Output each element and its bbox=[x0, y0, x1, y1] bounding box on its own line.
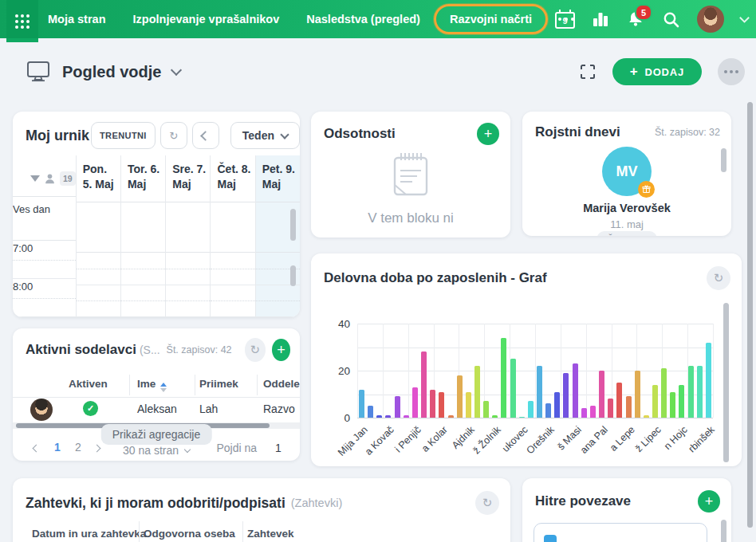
app-grid-button[interactable] bbox=[6, 0, 38, 42]
requests-column-3[interactable]: Zahtevek bbox=[247, 528, 294, 540]
chart-bar[interactable] bbox=[545, 403, 551, 418]
birthdays-scrollbar-thumb[interactable] bbox=[721, 148, 726, 172]
calendar-button[interactable]: 9 bbox=[555, 10, 575, 29]
chart-bar[interactable] bbox=[448, 415, 454, 418]
column-header-oddelek[interactable]: Oddelek bbox=[263, 378, 300, 390]
schedule-scrollbar-thumb2[interactable] bbox=[290, 265, 296, 286]
more-options-button[interactable] bbox=[718, 58, 745, 85]
chart-bar[interactable] bbox=[510, 359, 516, 418]
chart-bar[interactable] bbox=[626, 396, 632, 418]
absences-add-button[interactable]: + bbox=[477, 123, 499, 145]
chart-bar[interactable] bbox=[599, 371, 604, 418]
page-prev-button[interactable] bbox=[33, 441, 39, 454]
chart-bar[interactable] bbox=[395, 396, 400, 418]
hour-cell[interactable] bbox=[166, 253, 210, 285]
chart-bar[interactable] bbox=[554, 392, 560, 418]
period-select[interactable]: Teden bbox=[230, 122, 300, 149]
chart-bar[interactable] bbox=[616, 383, 622, 418]
chart-bar[interactable] bbox=[439, 392, 444, 418]
notifications-button[interactable]: 5 bbox=[626, 10, 645, 29]
hour-cell[interactable] bbox=[166, 285, 210, 317]
chart-bar[interactable] bbox=[501, 338, 506, 418]
all-day-cell[interactable] bbox=[121, 202, 165, 253]
fullscreen-button[interactable] bbox=[579, 63, 597, 81]
chart-bar[interactable] bbox=[688, 366, 694, 418]
hour-cell[interactable] bbox=[77, 285, 120, 317]
hour-cell[interactable] bbox=[256, 285, 300, 317]
chart-bar[interactable] bbox=[679, 385, 684, 418]
chart-bar[interactable] bbox=[581, 408, 587, 418]
chart-bar[interactable] bbox=[661, 368, 667, 418]
requests-column-1[interactable]: Datum in ura zahtevka bbox=[32, 528, 146, 540]
chart-bar[interactable] bbox=[670, 392, 675, 418]
chart-bar[interactable] bbox=[697, 366, 703, 418]
requests-refresh-button[interactable]: ↻ bbox=[475, 491, 499, 515]
search-button[interactable] bbox=[662, 10, 680, 29]
colleague-row[interactable]: ✓ Aleksan Lah Razvo bbox=[13, 398, 300, 422]
chart-bar[interactable] bbox=[483, 401, 489, 418]
chart-bar[interactable] bbox=[573, 363, 578, 418]
hour-cell[interactable] bbox=[211, 285, 254, 317]
chart-bar[interactable] bbox=[430, 390, 435, 418]
current-button[interactable]: TRENUTNI bbox=[91, 122, 156, 149]
avatar-chevron-down-icon[interactable] bbox=[739, 13, 750, 23]
colleagues-add-button[interactable]: + bbox=[272, 339, 290, 361]
person-icon[interactable] bbox=[44, 173, 56, 185]
chart-bar[interactable] bbox=[457, 375, 463, 418]
all-day-cell[interactable] bbox=[166, 202, 210, 253]
user-avatar[interactable] bbox=[697, 6, 724, 33]
chart-bar[interactable] bbox=[376, 415, 382, 418]
nav-item-4[interactable]: Razvojni načrti bbox=[434, 4, 548, 34]
column-header-aktiven[interactable]: Aktiven bbox=[69, 378, 108, 390]
stats-button[interactable] bbox=[592, 10, 609, 28]
all-day-cell[interactable] bbox=[211, 202, 254, 253]
chart-bar[interactable] bbox=[385, 415, 391, 418]
chart-bar[interactable] bbox=[492, 415, 498, 418]
chart-bar[interactable] bbox=[404, 415, 409, 418]
filter-icon[interactable] bbox=[30, 175, 40, 182]
goto-page-input[interactable] bbox=[268, 441, 289, 455]
add-button[interactable]: + DODAJ bbox=[612, 58, 702, 85]
chart-bar[interactable] bbox=[563, 373, 569, 418]
chart-bar[interactable] bbox=[421, 352, 427, 418]
hour-cell[interactable] bbox=[211, 253, 254, 285]
quick-link-item[interactable] bbox=[534, 523, 707, 542]
page-button-2[interactable]: 2 bbox=[75, 441, 81, 454]
quick-links-add-button[interactable]: + bbox=[698, 490, 720, 513]
show-aggregations-button[interactable]: Prikaži agregacije bbox=[101, 424, 212, 445]
column-header-ime[interactable]: Ime bbox=[137, 378, 156, 390]
chart-bar[interactable] bbox=[474, 366, 480, 418]
chart-refresh-button[interactable]: ↻ bbox=[707, 266, 730, 290]
chart-bar[interactable] bbox=[519, 417, 525, 418]
nav-item-3[interactable]: Nasledstva (pregled) bbox=[306, 13, 420, 26]
colleagues-refresh-button[interactable]: ↻ bbox=[245, 338, 266, 362]
column-header-priimek[interactable]: Priimek bbox=[199, 378, 238, 390]
chart-bar[interactable] bbox=[412, 387, 418, 418]
chart-bar[interactable] bbox=[466, 392, 471, 418]
chart-bar[interactable] bbox=[528, 401, 534, 418]
chart-bar[interactable] bbox=[635, 371, 640, 418]
nav-item-1[interactable]: Moja stran bbox=[48, 13, 106, 26]
chart-scrollbar-thumb[interactable] bbox=[723, 303, 729, 462]
schedule-refresh-button[interactable]: ↻ bbox=[160, 122, 187, 149]
hour-cell[interactable] bbox=[121, 253, 165, 285]
chart-bar[interactable] bbox=[644, 415, 649, 418]
page-next-button[interactable] bbox=[94, 441, 100, 454]
sort-icon[interactable] bbox=[160, 383, 167, 392]
per-page-select[interactable]: 30 na stran bbox=[123, 444, 190, 457]
nav-item-2[interactable]: Izpolnjevanje vprašalnikov bbox=[133, 13, 280, 26]
chart-bar[interactable] bbox=[652, 385, 658, 418]
chart-bar[interactable] bbox=[537, 366, 542, 418]
quick-links-scrollbar-thumb[interactable] bbox=[721, 520, 726, 542]
requests-column-2[interactable]: Odgovorna oseba bbox=[144, 528, 235, 540]
all-day-cell[interactable] bbox=[77, 202, 120, 253]
chart-bar[interactable] bbox=[368, 406, 373, 418]
birthday-avatar[interactable]: MV bbox=[602, 147, 652, 196]
hour-cell[interactable] bbox=[77, 253, 120, 285]
chart-bar[interactable] bbox=[590, 406, 596, 418]
page-scrollbar-thumb[interactable] bbox=[747, 102, 753, 528]
chart-bar[interactable] bbox=[359, 390, 364, 418]
chart-bar[interactable] bbox=[608, 399, 613, 418]
page-button-1[interactable]: 1 bbox=[54, 441, 61, 454]
hour-cell[interactable] bbox=[121, 285, 165, 317]
